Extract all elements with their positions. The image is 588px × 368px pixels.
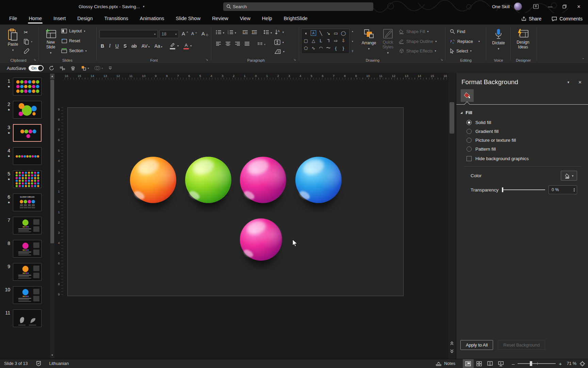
drawing-dialog-launcher[interactable]: ↘	[440, 58, 444, 62]
design-ideas-button[interactable]: Design Ideas	[512, 29, 534, 50]
radio-gradient-fill[interactable]: Gradient fill	[467, 129, 583, 134]
shape-left-brace-icon[interactable]: {	[332, 44, 340, 52]
strikethrough-button[interactable]: ab	[131, 43, 137, 49]
collapse-ribbon-icon[interactable]: ⌃	[582, 58, 585, 61]
proofing-icon[interactable]	[36, 361, 41, 366]
slide-thumbnail-9[interactable]	[13, 263, 42, 281]
user-name[interactable]: One Skill	[492, 4, 510, 9]
gallery-down-icon[interactable]: ▾	[352, 40, 353, 43]
fill-section-header[interactable]: ◢ Fill	[460, 110, 583, 115]
slideshow-view-button[interactable]	[495, 359, 506, 368]
paste-button[interactable]: Paste▾	[4, 29, 22, 52]
bullets-button[interactable]	[216, 30, 222, 35]
font-name-combo[interactable]: ▾	[99, 30, 158, 38]
tab-transitions[interactable]: Transitions	[98, 13, 134, 25]
font-size-combo[interactable]: 18▾	[159, 30, 179, 38]
gallery-more-icon[interactable]: ⊽	[352, 50, 354, 53]
highlight-color-button[interactable]	[170, 42, 175, 49]
previous-slide-icon[interactable]	[450, 341, 454, 346]
shape-right-brace-icon[interactable]: }	[340, 44, 347, 52]
tab-insert[interactable]: Insert	[48, 13, 71, 25]
shape-textbox-icon[interactable]: A	[311, 30, 316, 36]
restore-button[interactable]	[559, 0, 570, 13]
customize-qat-icon[interactable]	[108, 66, 112, 70]
slide-thumbnail-3[interactable]	[13, 124, 42, 142]
glossy-sphere-blue[interactable]	[295, 157, 342, 203]
avatar[interactable]	[514, 2, 522, 11]
find-button[interactable]: Find	[450, 29, 465, 34]
slide-counter[interactable]: Slide 3 of 13	[4, 361, 28, 366]
thumbnail-scroll-up-icon[interactable]: ▲	[50, 74, 54, 79]
glossy-sphere-orange[interactable]	[130, 157, 176, 203]
justify-button[interactable]	[244, 42, 250, 47]
shape-outline-button[interactable]: Shape Outline▾	[399, 39, 437, 44]
shape-line-icon[interactable]: ╲	[317, 29, 325, 37]
shape-rectangle-icon[interactable]: ▭	[332, 29, 340, 37]
dictate-button[interactable]: Dictate▾	[489, 29, 508, 50]
glossy-sphere-magenta[interactable]	[240, 157, 286, 203]
font-color-button[interactable]: A	[183, 42, 189, 49]
spin-down-icon[interactable]: ▼	[573, 190, 575, 192]
glossy-sphere-green[interactable]	[185, 157, 231, 203]
slide-thumbnail-6[interactable]: GLOSSY CIRCLES	[13, 194, 42, 211]
gallery-up-icon[interactable]: ▴	[352, 30, 353, 33]
change-case-button[interactable]: Aa ▾	[154, 43, 162, 49]
align-objects-button[interactable]	[60, 66, 65, 71]
close-button[interactable]: ✕	[574, 0, 584, 13]
tab-slide-show[interactable]: Slide Show	[170, 13, 207, 25]
italic-button[interactable]: I	[109, 43, 111, 49]
radio-icon[interactable]	[467, 129, 472, 134]
zoom-slider[interactable]	[518, 363, 556, 364]
fill-color-button[interactable]: ▾	[561, 171, 577, 181]
checkbox-icon[interactable]	[467, 156, 472, 161]
slide-thumbnail-11[interactable]	[13, 309, 42, 327]
thumbnail-scrollbar-thumb[interactable]	[50, 80, 54, 243]
align-center-objects-button[interactable]	[70, 66, 76, 71]
apply-to-all-button[interactable]: Apply to All	[460, 340, 493, 350]
section-button[interactable]: Section▾	[61, 48, 87, 53]
shape-right-arrow-icon[interactable]: ⇨	[332, 37, 340, 44]
title-dropdown-icon[interactable]: ▾	[143, 5, 145, 8]
paragraph-dialog-launcher[interactable]: ↘	[293, 58, 297, 62]
spin-up-icon[interactable]: ▲	[573, 187, 575, 190]
slide-thumbnail-1[interactable]	[13, 78, 42, 95]
reset-background-button[interactable]: Reset Background	[498, 340, 545, 350]
shape-effects-button[interactable]: Shape Effects▾	[399, 48, 436, 53]
slide-sorter-view-button[interactable]	[474, 359, 485, 368]
shape-rounded-rect-icon[interactable]: ▢	[302, 37, 310, 44]
shape-elbow-arrow-icon[interactable]: Ꞁ	[325, 37, 332, 44]
zoom-level[interactable]: 71 %	[565, 361, 576, 366]
align-right-button[interactable]	[235, 42, 240, 47]
align-text-button[interactable]: ▾	[274, 40, 284, 45]
group-shapes-button[interactable]: ▾	[81, 65, 89, 71]
shape-down-arrow-icon[interactable]: ⇩	[340, 37, 347, 44]
decrease-indent-button[interactable]	[242, 30, 248, 35]
shape-blob-icon[interactable]: ◖	[302, 29, 310, 37]
main-scrollbar-thumb[interactable]	[450, 102, 454, 134]
shape-gallery[interactable]: ◖ A ╲ ↘ ▭ ◯ ▢ △ L Ꞁ ⇨ ⇩ ⬠ ∿ ◠ 〜 { }	[301, 29, 349, 54]
merge-shapes-button[interactable]: ▾	[94, 66, 103, 71]
tab-home[interactable]: Home	[23, 13, 48, 25]
thumbnail-scroll-down-icon[interactable]: ▼	[50, 353, 54, 358]
thumbnail-scrollbar[interactable]: ▲ ▼	[50, 74, 54, 358]
slide-thumbnail-7[interactable]	[13, 217, 42, 234]
zoom-in-button[interactable]: +	[559, 361, 562, 367]
radio-pattern-fill[interactable]: Pattern fill	[467, 147, 583, 152]
reset-button[interactable]: Reset	[61, 39, 80, 43]
shape-elbow-icon[interactable]: L	[317, 37, 325, 44]
ruler-vertical[interactable]: 9876543210123456789	[56, 107, 64, 296]
tab-brightslide[interactable]: BrightSlide	[278, 13, 313, 25]
columns-button[interactable]	[257, 42, 263, 47]
shape-freeform-icon[interactable]: ⬠	[302, 44, 310, 52]
layout-button[interactable]: Layout▾	[61, 29, 85, 33]
ruler-horizontal[interactable]: 1615141312111098765432101234567891011121…	[65, 74, 447, 80]
main-scrollbar[interactable]	[448, 73, 455, 359]
hide-background-checkbox[interactable]: Hide background graphics	[467, 156, 583, 161]
text-shadow-button[interactable]: S	[124, 43, 127, 49]
panel-close-icon[interactable]: ✕	[578, 80, 582, 85]
shrink-font-button[interactable]: A˅	[191, 31, 197, 36]
numbering-button[interactable]: 123	[228, 30, 233, 35]
shape-arc-icon[interactable]: ◠	[317, 44, 325, 52]
next-slide-icon[interactable]	[450, 349, 454, 353]
fit-to-window-icon[interactable]	[579, 361, 585, 367]
